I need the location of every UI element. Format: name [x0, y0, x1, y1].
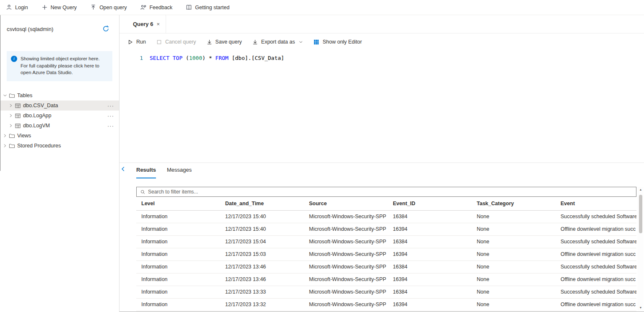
object-tree: Tables dbo.CSV_Data ··· dbo.LogApp ··· d… — [0, 90, 119, 151]
search-icon — [140, 189, 145, 195]
table-cell: Offline downlevel migration succ — [556, 298, 636, 311]
results-table-body: Information12/17/2023 15:40Microsoft-Win… — [136, 210, 636, 311]
query-editor-area: Query 6 × Run Cancel query Save query Ex… — [119, 15, 644, 312]
tab-messages[interactable]: Messages — [167, 167, 192, 178]
table-cell: None — [472, 210, 556, 223]
tree-item-label: Tables — [17, 93, 32, 98]
chevron-right-icon[interactable] — [3, 133, 8, 138]
column-header[interactable]: Date_and_Time — [220, 197, 304, 210]
person-icon — [6, 4, 12, 10]
cancel-query-button[interactable]: Cancel query — [156, 39, 196, 45]
results-content: LevelDate_and_TimeSourceEvent_IDTask_Cat… — [136, 187, 636, 311]
column-header[interactable]: Source — [304, 197, 388, 210]
feedback-icon — [140, 4, 146, 10]
table-cell: 16394 — [388, 248, 472, 260]
login-button[interactable]: Login — [6, 4, 28, 10]
collapse-results-button[interactable] — [120, 166, 127, 173]
open-query-button[interactable]: Open query — [90, 4, 127, 10]
folder-icon — [9, 133, 15, 139]
tab-results[interactable]: Results — [136, 167, 156, 178]
show-only-editor-button[interactable]: Show only Editor — [313, 39, 362, 45]
close-icon[interactable]: × — [156, 21, 160, 27]
code-line-content: SELECT TOP (1000) * FROM [dbo].[CSV_Data… — [150, 54, 284, 62]
tree-item-views[interactable]: Views — [0, 131, 119, 141]
chevron-down-icon[interactable] — [3, 93, 8, 98]
more-options-icon[interactable]: ··· — [107, 123, 114, 129]
table-cell: 12/17/2023 15:03 — [220, 248, 304, 260]
table-cell: Microsoft-Windows-Security-SPP — [304, 248, 388, 260]
export-data-label: Export data as — [261, 39, 295, 45]
play-icon — [127, 39, 133, 45]
table-cell: Microsoft-Windows-Security-SPP — [304, 235, 388, 248]
more-options-icon[interactable]: ··· — [107, 103, 114, 109]
getting-started-button[interactable]: Getting started — [186, 4, 229, 10]
sql-editor[interactable]: 1 SELECT TOP (1000) * FROM [dbo].[CSV_Da… — [119, 50, 644, 162]
object-explorer: csvtosql (sqladmin) i Showing limited ob… — [0, 15, 119, 312]
refresh-button[interactable] — [102, 25, 110, 33]
scroll-up-icon[interactable]: ▲ — [639, 187, 642, 193]
table-row[interactable]: Information12/17/2023 13:46Microsoft-Win… — [136, 260, 636, 273]
code-line: 1 SELECT TOP (1000) * FROM [dbo].[CSV_Da… — [119, 54, 644, 62]
save-query-button[interactable]: Save query — [206, 39, 242, 45]
code-token: 1000 — [189, 55, 202, 61]
table-cell: Microsoft-Windows-Security-SPP — [304, 210, 388, 223]
search-input[interactable] — [148, 189, 633, 195]
table-cell: 16394 — [388, 273, 472, 286]
table-row[interactable]: Information12/17/2023 15:40Microsoft-Win… — [136, 210, 636, 223]
column-header[interactable]: Task_Category — [472, 197, 556, 210]
feedback-button[interactable]: Feedback — [140, 4, 172, 10]
stop-icon — [156, 39, 162, 45]
scrollbar-thumb[interactable] — [639, 195, 642, 233]
table-cell: Microsoft-Windows-Security-SPP — [304, 223, 388, 235]
upload-icon — [90, 4, 96, 10]
table-row[interactable]: Information12/17/2023 13:46Microsoft-Win… — [136, 273, 636, 286]
run-button[interactable]: Run — [127, 39, 146, 45]
query-tab-strip: Query 6 × — [119, 15, 644, 34]
more-options-icon[interactable]: ··· — [107, 113, 114, 119]
tree-item-dbo-logvm[interactable]: dbo.LogVM ··· — [0, 121, 119, 131]
results-header-row: LevelDate_and_TimeSourceEvent_IDTask_Cat… — [136, 197, 636, 210]
panel-left-edge — [0, 15, 0, 171]
column-header[interactable]: Event — [556, 197, 636, 210]
table-cell: 12/17/2023 15:04 — [220, 235, 304, 248]
table-icon — [15, 123, 21, 129]
tree-item-stored-procedures[interactable]: Stored Procedures — [0, 141, 119, 151]
scroll-down-icon[interactable]: ▼ — [639, 305, 642, 311]
new-query-button[interactable]: New Query — [42, 4, 77, 10]
tree-item-tables[interactable]: Tables — [0, 90, 119, 101]
folder-icon — [9, 143, 15, 149]
chevron-right-icon[interactable] — [3, 143, 8, 148]
table-row[interactable]: Information12/17/2023 15:40Microsoft-Win… — [136, 223, 636, 235]
table-cell: 12/17/2023 15:40 — [220, 223, 304, 235]
database-title: csvtosql (sqladmin) — [7, 26, 53, 32]
table-cell: Information — [136, 286, 220, 298]
results-panel: Results Messages LevelDate_and_TimeSourc… — [119, 162, 644, 312]
run-label: Run — [136, 39, 146, 45]
chevron-right-icon[interactable] — [8, 103, 13, 108]
grid-icon — [313, 39, 319, 45]
login-label: Login — [15, 5, 28, 10]
table-cell: 16394 — [388, 223, 472, 235]
table-row[interactable]: Information12/17/2023 15:04Microsoft-Win… — [136, 235, 636, 248]
vertical-scrollbar[interactable]: ▲ ▼ — [638, 187, 644, 311]
table-cell: Microsoft-Windows-Security-SPP — [304, 298, 388, 311]
column-header[interactable]: Level — [136, 197, 220, 210]
table-cell: Successfully scheduled Software — [556, 286, 636, 298]
chevron-right-icon[interactable] — [8, 123, 13, 128]
table-row[interactable]: Information12/17/2023 13:32Microsoft-Win… — [136, 298, 636, 311]
table-row[interactable]: Information12/17/2023 13:33Microsoft-Win… — [136, 286, 636, 298]
table-cell: 12/17/2023 13:32 — [220, 298, 304, 311]
chevron-right-icon[interactable] — [8, 113, 13, 118]
code-token: ) * — [202, 55, 215, 61]
tree-item-dbo-logapp[interactable]: dbo.LogApp ··· — [0, 111, 119, 121]
top-toolbar: Login New Query Open query Feedback Gett… — [0, 0, 644, 15]
tab-query-6[interactable]: Query 6 × — [127, 15, 166, 33]
column-header[interactable]: Event_ID — [388, 197, 472, 210]
code-token: SELECT — [150, 55, 169, 61]
info-banner: i Showing limited object explorer here. … — [7, 51, 112, 81]
table-cell: Information — [136, 223, 220, 235]
tree-item-dbo-csv-data[interactable]: dbo.CSV_Data ··· — [0, 101, 119, 111]
table-row[interactable]: Information12/17/2023 15:03Microsoft-Win… — [136, 248, 636, 260]
table-cell: Successfully scheduled Software — [556, 210, 636, 223]
export-data-button[interactable]: Export data as — [252, 39, 304, 45]
